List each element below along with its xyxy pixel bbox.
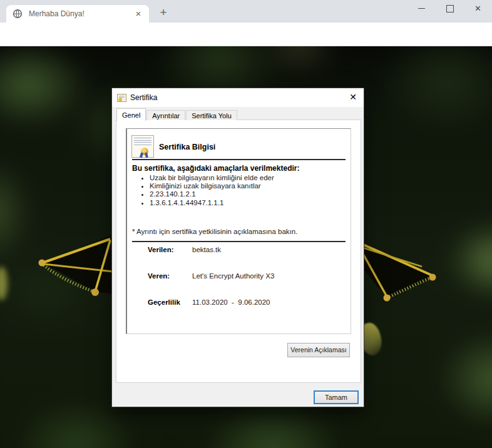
maximize-icon [446,5,454,13]
certificate-small-icon [117,94,126,102]
tab-sertifika-yolu[interactable]: Sertifika Yolu [186,110,237,120]
dialog-close-icon[interactable]: ✕ [347,91,359,103]
ca-statement-note: * Ayrıntı için sertifika yetkilisinin aç… [132,228,297,235]
certificate-dialog: Sertifika ✕ Genel Ayrıntılar Sertifika Y… [111,88,364,407]
window-caption-buttons: ✕ [407,0,492,17]
certificate-info-title: Sertifika Bilgisi [159,143,215,151]
browser-tab-strip: Merhaba Dünya! × + ✕ [0,0,492,23]
issued-by-label: Veren: [148,272,170,280]
certificate-large-icon [131,135,154,158]
issuer-statement-button[interactable]: Verenin Açıklaması [287,343,350,357]
issued-by-value: Let's Encrypt Authority X3 [192,272,274,280]
dialog-tab-strip: Genel Ayrıntılar Sertifika Yolu [116,108,238,120]
certificate-info-panel: Sertifika Bilgisi Bu sertifika, aşağıdak… [126,128,351,334]
frog-foot-right [359,240,446,308]
tab-genel[interactable]: Genel [116,108,146,121]
new-tab-button[interactable]: + [155,4,172,21]
browser-toolbar: bektas.tk ☆ ⋮ [0,23,492,46]
ok-button[interactable]: Tamam [314,390,359,404]
minimize-icon [418,8,425,9]
frog-foot-left [33,233,115,307]
tab-ayrintilar[interactable]: Ayrıntılar [146,110,185,120]
certificate-ribbon [140,153,143,158]
purposes-list: Uzak bir bilgisayarın kimliğini elde ede… [141,174,274,207]
tab-title: Merhaba Dünya! [29,9,133,18]
divider [132,159,346,160]
certificate-paper-lines [134,138,151,146]
purpose-item: 2.23.140.1.2.1 [150,190,274,198]
window-minimize-button[interactable] [407,0,436,17]
browser-tab[interactable]: Merhaba Dünya! × [6,5,149,23]
divider [132,241,346,242]
purpose-item: Kimliğinizi uzak bilgisayara kanıtlar [150,182,274,190]
window-maximize-button[interactable] [436,0,464,17]
validity-value: 11.03.2020 - 9.06.2020 [192,298,270,306]
purpose-item: Uzak bir bilgisayarın kimliğini elde ede… [150,174,274,182]
validity-label: Geçerlilik [148,298,180,306]
globe-favicon-icon [13,9,23,19]
purpose-item: 1.3.6.1.4.1.44947.1.1.1 [150,199,274,207]
tab-close-icon[interactable]: × [133,8,144,19]
purposes-heading: Bu sertifika, aşağıdaki amaçlarla verilm… [132,164,299,173]
window-close-button[interactable]: ✕ [464,0,492,17]
dialog-title: Sertifika [130,93,157,102]
dialog-titlebar[interactable]: Sertifika [112,88,364,107]
issued-to-label: Verilen: [148,246,174,253]
issued-to-value: bektas.tk [192,246,221,253]
